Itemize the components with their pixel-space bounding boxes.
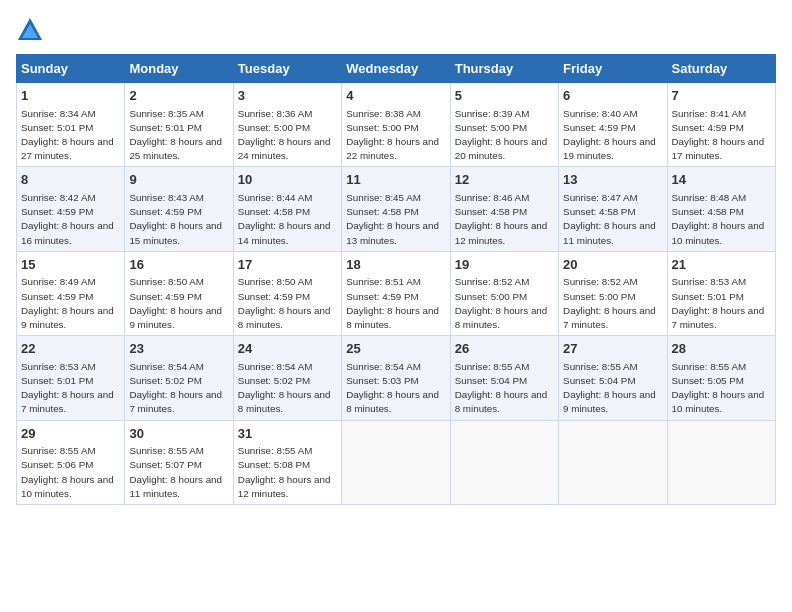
header-cell-friday: Friday: [559, 55, 667, 83]
day-number: 28: [672, 340, 771, 358]
day-number: 18: [346, 256, 445, 274]
cell-info: Sunrise: 8:55 AMSunset: 5:04 PMDaylight:…: [563, 361, 656, 415]
cell-info: Sunrise: 8:54 AMSunset: 5:03 PMDaylight:…: [346, 361, 439, 415]
cell-info: Sunrise: 8:55 AMSunset: 5:07 PMDaylight:…: [129, 445, 222, 499]
day-number: 29: [21, 425, 120, 443]
calendar-cell: 12Sunrise: 8:46 AMSunset: 4:58 PMDayligh…: [450, 167, 558, 251]
cell-info: Sunrise: 8:51 AMSunset: 4:59 PMDaylight:…: [346, 276, 439, 330]
cell-info: Sunrise: 8:49 AMSunset: 4:59 PMDaylight:…: [21, 276, 114, 330]
cell-info: Sunrise: 8:52 AMSunset: 5:00 PMDaylight:…: [455, 276, 548, 330]
calendar-cell: 22Sunrise: 8:53 AMSunset: 5:01 PMDayligh…: [17, 336, 125, 420]
day-number: 7: [672, 87, 771, 105]
calendar-cell: 9Sunrise: 8:43 AMSunset: 4:59 PMDaylight…: [125, 167, 233, 251]
day-number: 25: [346, 340, 445, 358]
calendar-cell: 29Sunrise: 8:55 AMSunset: 5:06 PMDayligh…: [17, 420, 125, 504]
calendar-cell: 25Sunrise: 8:54 AMSunset: 5:03 PMDayligh…: [342, 336, 450, 420]
cell-info: Sunrise: 8:45 AMSunset: 4:58 PMDaylight:…: [346, 192, 439, 246]
calendar-cell: 15Sunrise: 8:49 AMSunset: 4:59 PMDayligh…: [17, 251, 125, 335]
calendar-cell: 17Sunrise: 8:50 AMSunset: 4:59 PMDayligh…: [233, 251, 341, 335]
cell-info: Sunrise: 8:53 AMSunset: 5:01 PMDaylight:…: [672, 276, 765, 330]
calendar-cell: 10Sunrise: 8:44 AMSunset: 4:58 PMDayligh…: [233, 167, 341, 251]
cell-info: Sunrise: 8:53 AMSunset: 5:01 PMDaylight:…: [21, 361, 114, 415]
cell-info: Sunrise: 8:43 AMSunset: 4:59 PMDaylight:…: [129, 192, 222, 246]
cell-info: Sunrise: 8:55 AMSunset: 5:08 PMDaylight:…: [238, 445, 331, 499]
day-number: 20: [563, 256, 662, 274]
cell-info: Sunrise: 8:54 AMSunset: 5:02 PMDaylight:…: [129, 361, 222, 415]
day-number: 1: [21, 87, 120, 105]
calendar-cell: [342, 420, 450, 504]
calendar-table: SundayMondayTuesdayWednesdayThursdayFrid…: [16, 54, 776, 505]
header-row: SundayMondayTuesdayWednesdayThursdayFrid…: [17, 55, 776, 83]
day-number: 9: [129, 171, 228, 189]
cell-info: Sunrise: 8:36 AMSunset: 5:00 PMDaylight:…: [238, 108, 331, 162]
cell-info: Sunrise: 8:55 AMSunset: 5:06 PMDaylight:…: [21, 445, 114, 499]
calendar-cell: 27Sunrise: 8:55 AMSunset: 5:04 PMDayligh…: [559, 336, 667, 420]
cell-info: Sunrise: 8:44 AMSunset: 4:58 PMDaylight:…: [238, 192, 331, 246]
calendar-cell: 14Sunrise: 8:48 AMSunset: 4:58 PMDayligh…: [667, 167, 775, 251]
header-cell-sunday: Sunday: [17, 55, 125, 83]
header-cell-wednesday: Wednesday: [342, 55, 450, 83]
calendar-cell: 16Sunrise: 8:50 AMSunset: 4:59 PMDayligh…: [125, 251, 233, 335]
calendar-week-1: 1Sunrise: 8:34 AMSunset: 5:01 PMDaylight…: [17, 83, 776, 167]
cell-info: Sunrise: 8:47 AMSunset: 4:58 PMDaylight:…: [563, 192, 656, 246]
cell-info: Sunrise: 8:52 AMSunset: 5:00 PMDaylight:…: [563, 276, 656, 330]
calendar-cell: 23Sunrise: 8:54 AMSunset: 5:02 PMDayligh…: [125, 336, 233, 420]
page-container: SundayMondayTuesdayWednesdayThursdayFrid…: [0, 0, 792, 513]
logo: [16, 16, 48, 44]
cell-info: Sunrise: 8:54 AMSunset: 5:02 PMDaylight:…: [238, 361, 331, 415]
day-number: 8: [21, 171, 120, 189]
calendar-cell: 1Sunrise: 8:34 AMSunset: 5:01 PMDaylight…: [17, 83, 125, 167]
day-number: 15: [21, 256, 120, 274]
calendar-cell: 20Sunrise: 8:52 AMSunset: 5:00 PMDayligh…: [559, 251, 667, 335]
calendar-cell: 3Sunrise: 8:36 AMSunset: 5:00 PMDaylight…: [233, 83, 341, 167]
day-number: 19: [455, 256, 554, 274]
calendar-cell: 2Sunrise: 8:35 AMSunset: 5:01 PMDaylight…: [125, 83, 233, 167]
cell-info: Sunrise: 8:50 AMSunset: 4:59 PMDaylight:…: [129, 276, 222, 330]
day-number: 27: [563, 340, 662, 358]
logo-icon: [16, 16, 44, 44]
day-number: 5: [455, 87, 554, 105]
calendar-cell: 8Sunrise: 8:42 AMSunset: 4:59 PMDaylight…: [17, 167, 125, 251]
calendar-cell: [450, 420, 558, 504]
day-number: 23: [129, 340, 228, 358]
day-number: 24: [238, 340, 337, 358]
day-number: 30: [129, 425, 228, 443]
cell-info: Sunrise: 8:34 AMSunset: 5:01 PMDaylight:…: [21, 108, 114, 162]
calendar-cell: 13Sunrise: 8:47 AMSunset: 4:58 PMDayligh…: [559, 167, 667, 251]
cell-info: Sunrise: 8:55 AMSunset: 5:05 PMDaylight:…: [672, 361, 765, 415]
cell-info: Sunrise: 8:46 AMSunset: 4:58 PMDaylight:…: [455, 192, 548, 246]
day-number: 6: [563, 87, 662, 105]
calendar-week-2: 8Sunrise: 8:42 AMSunset: 4:59 PMDaylight…: [17, 167, 776, 251]
calendar-cell: 30Sunrise: 8:55 AMSunset: 5:07 PMDayligh…: [125, 420, 233, 504]
header-cell-thursday: Thursday: [450, 55, 558, 83]
calendar-week-5: 29Sunrise: 8:55 AMSunset: 5:06 PMDayligh…: [17, 420, 776, 504]
day-number: 4: [346, 87, 445, 105]
calendar-week-4: 22Sunrise: 8:53 AMSunset: 5:01 PMDayligh…: [17, 336, 776, 420]
cell-info: Sunrise: 8:48 AMSunset: 4:58 PMDaylight:…: [672, 192, 765, 246]
header: [16, 16, 776, 44]
header-cell-tuesday: Tuesday: [233, 55, 341, 83]
day-number: 12: [455, 171, 554, 189]
day-number: 3: [238, 87, 337, 105]
calendar-cell: 21Sunrise: 8:53 AMSunset: 5:01 PMDayligh…: [667, 251, 775, 335]
calendar-cell: 11Sunrise: 8:45 AMSunset: 4:58 PMDayligh…: [342, 167, 450, 251]
day-number: 22: [21, 340, 120, 358]
calendar-cell: [667, 420, 775, 504]
calendar-cell: [559, 420, 667, 504]
calendar-cell: 4Sunrise: 8:38 AMSunset: 5:00 PMDaylight…: [342, 83, 450, 167]
cell-info: Sunrise: 8:39 AMSunset: 5:00 PMDaylight:…: [455, 108, 548, 162]
day-number: 21: [672, 256, 771, 274]
header-cell-monday: Monday: [125, 55, 233, 83]
calendar-cell: 31Sunrise: 8:55 AMSunset: 5:08 PMDayligh…: [233, 420, 341, 504]
day-number: 10: [238, 171, 337, 189]
calendar-cell: 6Sunrise: 8:40 AMSunset: 4:59 PMDaylight…: [559, 83, 667, 167]
day-number: 26: [455, 340, 554, 358]
cell-info: Sunrise: 8:40 AMSunset: 4:59 PMDaylight:…: [563, 108, 656, 162]
calendar-cell: 28Sunrise: 8:55 AMSunset: 5:05 PMDayligh…: [667, 336, 775, 420]
cell-info: Sunrise: 8:38 AMSunset: 5:00 PMDaylight:…: [346, 108, 439, 162]
day-number: 14: [672, 171, 771, 189]
day-number: 31: [238, 425, 337, 443]
cell-info: Sunrise: 8:35 AMSunset: 5:01 PMDaylight:…: [129, 108, 222, 162]
day-number: 11: [346, 171, 445, 189]
day-number: 16: [129, 256, 228, 274]
